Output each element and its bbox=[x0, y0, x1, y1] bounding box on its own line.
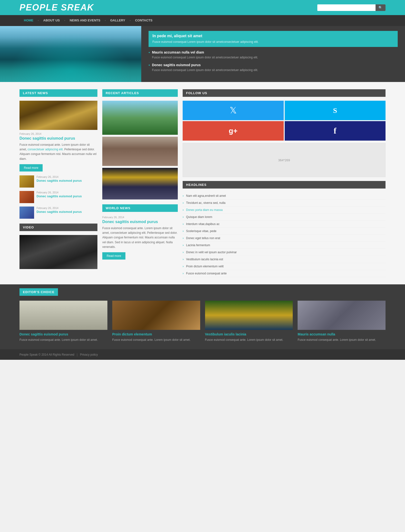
editor-card-3-text: Fusce euismod consequat ante. Lorem ipsu… bbox=[205, 338, 293, 342]
world-news-header: WORLD NEWS bbox=[102, 204, 178, 212]
main-news-title: Donec sagittis euismod purus bbox=[19, 136, 97, 141]
article-image-2 bbox=[102, 137, 178, 166]
editor-card-2-title[interactable]: Proin dictum elementum bbox=[112, 332, 200, 336]
twitter-button[interactable]: 𝕏 bbox=[183, 101, 284, 120]
latest-news-header: LATEST NEWS bbox=[19, 89, 97, 97]
headline-5[interactable]: Interdum vitae,dapibus ac bbox=[183, 221, 386, 228]
main-news-read-more[interactable]: Read more bbox=[19, 164, 43, 171]
editor-card-2: Proin dictum elementum Fusce euismod con… bbox=[112, 301, 200, 342]
video-section: VIDEO bbox=[19, 224, 97, 269]
small-news-2-date: February 26, 2014 bbox=[37, 191, 82, 194]
editor-card-3-image bbox=[205, 301, 293, 330]
hero-item-2: Donec sagittis euismod purus Fusce euism… bbox=[149, 63, 398, 72]
site-footer: People Speak © 2014 All Rights Reserved … bbox=[0, 349, 405, 360]
small-news-1-image bbox=[19, 175, 34, 188]
recent-articles-header: RECENT ARTICLES bbox=[102, 89, 178, 97]
headline-1[interactable]: Nam elit agna,endrerit sit amet bbox=[183, 192, 386, 199]
nav-news[interactable]: NEWS AND EVENTS bbox=[65, 15, 105, 26]
headline-7[interactable]: Donec eget tellus non erat bbox=[183, 235, 386, 242]
right-column: FOLLOW US 𝕏 S g+ f 364*269 HEADLINES Nam… bbox=[183, 89, 386, 277]
search-box: 🔍 bbox=[317, 4, 386, 11]
small-news-2-image bbox=[19, 191, 34, 203]
editor-card-1-text: Fusce euismod consequat ante. Lorem ipsu… bbox=[19, 338, 107, 342]
small-news-2: February 26, 2014 Donec sagittis euismod… bbox=[19, 191, 97, 203]
editor-card-1-title[interactable]: Donec sagittis euismod purus bbox=[19, 332, 107, 336]
article-image-3 bbox=[102, 168, 178, 199]
headline-10[interactable]: Vestibulum iaculis lacinia est bbox=[183, 256, 386, 263]
twitter-icon: 𝕏 bbox=[230, 105, 237, 116]
main-news-image bbox=[19, 101, 97, 130]
small-news-1-title[interactable]: Donec sagittis euismod purus bbox=[37, 179, 82, 182]
video-image bbox=[19, 235, 97, 269]
editor-card-4-title[interactable]: Mauris accumsan nulla bbox=[298, 332, 386, 336]
gplus-button[interactable]: g+ bbox=[183, 121, 284, 141]
hero-item-1: Mauris accumsan nulla vel diam Fusce eui… bbox=[149, 50, 398, 60]
footer-copyright: People Speak © 2014 All Rights Reserved bbox=[19, 353, 74, 356]
skype-button[interactable]: S bbox=[285, 101, 386, 120]
small-news-3-image bbox=[19, 207, 34, 219]
footer-separator: | bbox=[77, 353, 77, 356]
nav-contacts[interactable]: CONTACTS bbox=[131, 15, 157, 26]
editors-grid: Donec sagittis euismod purus Fusce euism… bbox=[19, 301, 386, 342]
main-news-article: February 26, 2014 Donec sagittis euismod… bbox=[19, 101, 97, 171]
small-news-3-date: February 26, 2014 bbox=[37, 207, 82, 209]
editors-choice-header: EDITOR'S CHOICE bbox=[19, 288, 58, 296]
hero-item-1-title: Mauris accumsan nulla vel diam bbox=[152, 50, 398, 54]
headline-11[interactable]: Proin dictum elementum velit bbox=[183, 263, 386, 270]
social-grid: 𝕏 S g+ f bbox=[183, 101, 386, 141]
editor-card-3-title[interactable]: Vestibulum iaculis lacinia bbox=[205, 332, 293, 336]
article-img-windmill bbox=[102, 101, 178, 135]
main-news-text: Fusce euismod consequat ante. Lorem ipsu… bbox=[19, 143, 97, 161]
headline-3[interactable]: Donec porta diam eu massa bbox=[183, 207, 386, 214]
gplus-icon: g+ bbox=[229, 127, 237, 135]
skype-icon: S bbox=[333, 106, 337, 115]
hero-highlight-title: In pede mi, aliquet sit amet bbox=[152, 34, 394, 38]
headline-2[interactable]: Tincidunt ac, viverra sed, nulla bbox=[183, 199, 386, 207]
left-column: LATEST NEWS February 26, 2014 Donec sagi… bbox=[19, 89, 97, 277]
world-news-text: Fusce euismod consequat ante. Lorem ipsu… bbox=[102, 226, 178, 249]
site-header: PEOPLE SREAK 🔍 bbox=[0, 0, 405, 15]
editor-card-4-image bbox=[298, 301, 386, 330]
facebook-icon: f bbox=[334, 126, 336, 135]
headline-8[interactable]: Lacinia fermentum bbox=[183, 242, 386, 249]
hero-highlight-text: Fusce euismod consequat Lorem ipsum dolo… bbox=[152, 40, 394, 44]
hero-sidebar: In pede mi, aliquet sit amet Fusce euism… bbox=[141, 26, 405, 82]
facebook-button[interactable]: f bbox=[285, 121, 386, 141]
editor-card-4: Mauris accumsan nulla Fusce euismod cons… bbox=[298, 301, 386, 342]
world-news-read-more[interactable]: Read more bbox=[102, 252, 125, 260]
nav-about[interactable]: ABOUT US bbox=[39, 15, 64, 26]
editor-card-1-image bbox=[19, 301, 107, 330]
headline-9[interactable]: Donec in velit vel ipsum auctor pulvinar bbox=[183, 249, 386, 256]
small-news-2-title[interactable]: Donec sagittis euismod purus bbox=[37, 194, 82, 198]
article-img-city bbox=[102, 168, 178, 199]
world-news-section: WORLD NEWS February 26, 2014 Donec sagit… bbox=[102, 204, 178, 260]
follow-us-header: FOLLOW US bbox=[183, 89, 386, 97]
editors-choice-section: EDITOR'S CHOICE Donec sagittis euismod p… bbox=[0, 284, 405, 349]
site-logo: PEOPLE SREAK bbox=[19, 2, 94, 13]
small-news-3: February 26, 2014 Donec sagittis euismod… bbox=[19, 207, 97, 219]
headlines-header: HEADLINES bbox=[183, 181, 386, 189]
hero-section: In pede mi, aliquet sit amet Fusce euism… bbox=[0, 26, 405, 82]
world-news-date: February 26, 2014 bbox=[102, 216, 178, 219]
headlines-list: Nam elit agna,endrerit sit amet Tincidun… bbox=[183, 192, 386, 277]
middle-column: RECENT ARTICLES WORLD NEWS February 26, … bbox=[102, 89, 178, 277]
small-news-3-title[interactable]: Donec sagittis euismod purus bbox=[37, 210, 82, 214]
search-input[interactable] bbox=[317, 4, 376, 11]
nav-gallery[interactable]: GALLERY bbox=[106, 15, 130, 26]
headline-6[interactable]: Scelerisque vitae, pede bbox=[183, 228, 386, 235]
hero-item-2-title: Donec sagittis euismod purus bbox=[152, 63, 398, 67]
video-header: VIDEO bbox=[19, 224, 97, 231]
headline-4[interactable]: Quisque diam lorem bbox=[183, 214, 386, 221]
editor-card-2-text: Fusce euismod consequat ante. Lorem ipsu… bbox=[112, 338, 200, 342]
privacy-policy-link[interactable]: Privacy policy bbox=[80, 353, 98, 356]
main-nav: HOME • ABOUT US • NEWS AND EVENTS • GALL… bbox=[0, 15, 405, 26]
hero-item-2-text: Fusce euismod consequat Lorem ipsum dolo… bbox=[152, 68, 398, 72]
headline-12[interactable]: Fusce euismod consequat ante bbox=[183, 270, 386, 277]
editor-card-2-image bbox=[112, 301, 200, 330]
search-button[interactable]: 🔍 bbox=[376, 4, 386, 11]
article-image-1 bbox=[102, 101, 178, 135]
nav-home[interactable]: HOME bbox=[19, 15, 38, 26]
editor-card-3: Vestibulum iaculis lacinia Fusce euismod… bbox=[205, 301, 293, 342]
hero-highlight: In pede mi, aliquet sit amet Fusce euism… bbox=[149, 31, 398, 47]
editor-card-4-text: Fusce euismod consequat ante. Lorem ipsu… bbox=[298, 338, 386, 342]
